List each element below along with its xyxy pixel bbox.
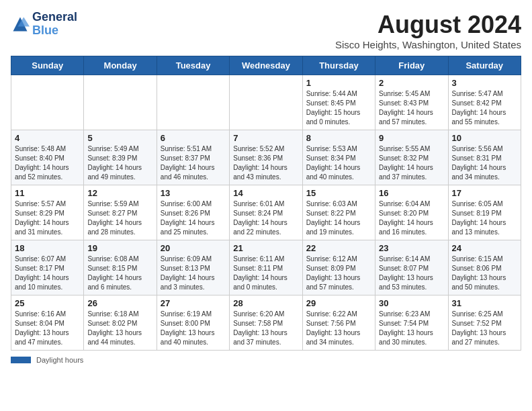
calendar-cell: 24Sunrise: 6:15 AMSunset: 8:06 PMDayligh… [448,240,521,295]
calendar-cell: 27Sunrise: 6:19 AMSunset: 8:00 PMDayligh… [157,295,229,351]
calendar-cell: 20Sunrise: 6:09 AMSunset: 8:13 PMDayligh… [157,240,229,295]
day-number: 17 [452,188,517,198]
day-info: Sunrise: 6:08 AMSunset: 8:15 PMDaylight:… [87,255,152,292]
day-of-week-header: Saturday [448,56,521,75]
calendar-cell [84,75,157,130]
day-number: 10 [452,133,517,143]
day-info: Sunrise: 5:48 AMSunset: 8:40 PMDaylight:… [15,144,80,182]
calendar-week-row: 18Sunrise: 6:07 AMSunset: 8:17 PMDayligh… [11,240,521,295]
calendar-cell: 29Sunrise: 6:22 AMSunset: 7:56 PMDayligh… [302,295,375,351]
day-number: 25 [15,298,80,308]
day-info: Sunrise: 5:52 AMSunset: 8:36 PMDaylight:… [233,144,298,182]
calendar-cell: 30Sunrise: 6:23 AMSunset: 7:54 PMDayligh… [375,295,448,351]
day-info: Sunrise: 5:51 AMSunset: 8:37 PMDaylight:… [161,144,226,182]
day-of-week-header: Thursday [302,56,375,75]
calendar-week-row: 25Sunrise: 6:16 AMSunset: 8:04 PMDayligh… [11,295,521,351]
calendar-cell [11,75,84,130]
calendar-cell [230,75,302,130]
calendar-table: SundayMondayTuesdayWednesdayThursdayFrid… [11,56,521,351]
day-info: Sunrise: 6:15 AMSunset: 8:06 PMDaylight:… [452,255,517,292]
calendar-cell: 14Sunrise: 6:01 AMSunset: 8:24 PMDayligh… [230,185,302,240]
day-number: 13 [161,188,226,198]
day-info: Sunrise: 6:20 AMSunset: 7:58 PMDaylight:… [233,310,298,347]
day-info: Sunrise: 6:00 AMSunset: 8:26 PMDaylight:… [161,199,226,237]
day-info: Sunrise: 5:55 AMSunset: 8:32 PMDaylight:… [379,144,444,182]
logo-general: General [32,11,77,24]
day-info: Sunrise: 5:56 AMSunset: 8:31 PMDaylight:… [452,144,517,182]
day-info: Sunrise: 6:16 AMSunset: 8:04 PMDaylight:… [15,310,80,347]
day-number: 27 [161,298,226,308]
day-number: 3 [452,78,517,88]
daylight-bar [11,357,31,363]
calendar-week-row: 11Sunrise: 5:57 AMSunset: 8:29 PMDayligh… [11,185,521,240]
calendar-cell: 26Sunrise: 6:18 AMSunset: 8:02 PMDayligh… [84,295,157,351]
day-info: Sunrise: 5:49 AMSunset: 8:39 PMDaylight:… [87,144,152,182]
calendar-header: SundayMondayTuesdayWednesdayThursdayFrid… [11,56,521,75]
day-info: Sunrise: 6:11 AMSunset: 8:11 PMDaylight:… [233,255,298,292]
calendar-cell: 6Sunrise: 5:51 AMSunset: 8:37 PMDaylight… [157,130,229,185]
calendar-cell: 4Sunrise: 5:48 AMSunset: 8:40 PMDaylight… [11,130,84,185]
calendar-cell: 19Sunrise: 6:08 AMSunset: 8:15 PMDayligh… [84,240,157,295]
footer: Daylight hours [11,356,521,364]
calendar-cell: 11Sunrise: 5:57 AMSunset: 8:29 PMDayligh… [11,185,84,240]
calendar-week-row: 4Sunrise: 5:48 AMSunset: 8:40 PMDaylight… [11,130,521,185]
day-number: 4 [15,133,80,143]
day-number: 30 [379,298,444,308]
day-info: Sunrise: 5:53 AMSunset: 8:34 PMDaylight:… [306,144,371,182]
day-number: 18 [15,243,80,253]
day-number: 22 [306,243,371,253]
calendar-cell: 10Sunrise: 5:56 AMSunset: 8:31 PMDayligh… [448,130,521,185]
day-number: 11 [15,188,80,198]
day-number: 26 [87,298,152,308]
day-of-week-header: Monday [84,56,157,75]
page-header: General Blue August 2024 Sisco Heights, … [11,11,521,50]
calendar-cell: 23Sunrise: 6:14 AMSunset: 8:07 PMDayligh… [375,240,448,295]
calendar-cell: 5Sunrise: 5:49 AMSunset: 8:39 PMDaylight… [84,130,157,185]
day-number: 6 [161,133,226,143]
calendar-cell: 3Sunrise: 5:47 AMSunset: 8:42 PMDaylight… [448,75,521,130]
day-info: Sunrise: 5:44 AMSunset: 8:45 PMDaylight:… [306,89,371,127]
day-number: 7 [233,133,298,143]
calendar-cell [157,75,229,130]
logo-blue: Blue [32,24,58,37]
calendar-cell: 25Sunrise: 6:16 AMSunset: 8:04 PMDayligh… [11,295,84,351]
day-number: 8 [306,133,371,143]
logo: General Blue [11,11,77,38]
day-info: Sunrise: 5:47 AMSunset: 8:42 PMDaylight:… [452,89,517,127]
daylight-label: Daylight hours [36,356,83,364]
day-number: 29 [306,298,371,308]
day-info: Sunrise: 6:12 AMSunset: 8:09 PMDaylight:… [306,255,371,292]
calendar-cell: 7Sunrise: 5:52 AMSunset: 8:36 PMDaylight… [230,130,302,185]
day-number: 2 [379,78,444,88]
day-of-week-header: Tuesday [157,56,229,75]
day-number: 31 [452,298,517,308]
day-number: 23 [379,243,444,253]
day-number: 20 [161,243,226,253]
calendar-cell: 15Sunrise: 6:03 AMSunset: 8:22 PMDayligh… [302,185,375,240]
calendar-body: 1Sunrise: 5:44 AMSunset: 8:45 PMDaylight… [11,75,521,351]
day-info: Sunrise: 6:01 AMSunset: 8:24 PMDaylight:… [233,199,298,237]
day-number: 1 [306,78,371,88]
calendar-cell: 18Sunrise: 6:07 AMSunset: 8:17 PMDayligh… [11,240,84,295]
day-number: 28 [233,298,298,308]
calendar-cell: 13Sunrise: 6:00 AMSunset: 8:26 PMDayligh… [157,185,229,240]
day-info: Sunrise: 6:25 AMSunset: 7:52 PMDaylight:… [452,310,517,347]
day-info: Sunrise: 6:18 AMSunset: 8:02 PMDaylight:… [87,310,152,347]
day-number: 24 [452,243,517,253]
day-info: Sunrise: 5:59 AMSunset: 8:27 PMDaylight:… [87,199,152,237]
location: Sisco Heights, Washington, United States [335,39,521,50]
calendar-cell: 1Sunrise: 5:44 AMSunset: 8:45 PMDaylight… [302,75,375,130]
day-number: 14 [233,188,298,198]
calendar-cell: 8Sunrise: 5:53 AMSunset: 8:34 PMDaylight… [302,130,375,185]
month-title: August 2024 [335,11,521,39]
day-number: 9 [379,133,444,143]
day-info: Sunrise: 6:09 AMSunset: 8:13 PMDaylight:… [161,255,226,292]
day-of-week-header: Sunday [11,56,84,75]
day-number: 19 [87,243,152,253]
calendar-cell: 21Sunrise: 6:11 AMSunset: 8:11 PMDayligh… [230,240,302,295]
day-info: Sunrise: 5:57 AMSunset: 8:29 PMDaylight:… [15,199,80,237]
day-number: 5 [87,133,152,143]
calendar-cell: 22Sunrise: 6:12 AMSunset: 8:09 PMDayligh… [302,240,375,295]
day-of-week-header: Friday [375,56,448,75]
day-number: 12 [87,188,152,198]
